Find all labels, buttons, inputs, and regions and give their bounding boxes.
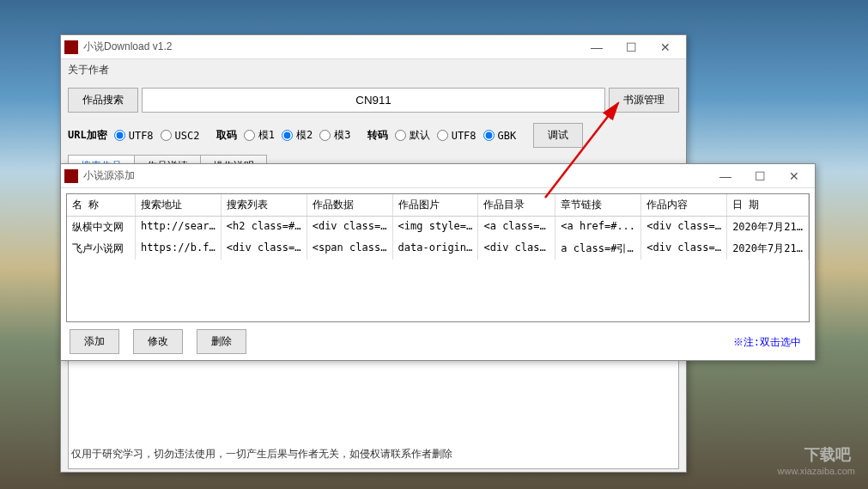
dialog-titlebar[interactable]: 小说源添加 — ☐ ✕ [61,164,815,188]
url-encrypt-label: URL加密 [68,128,107,143]
col-work-content[interactable]: 作品内容 [641,194,727,216]
radio-mode3[interactable]: 模3 [318,128,350,143]
close-button[interactable]: ✕ [648,35,683,59]
fetch-label: 取码 [216,128,237,143]
radio-trans-default[interactable]: 默认 [393,128,430,143]
col-work-data[interactable]: 作品数据 [307,194,393,216]
col-search-list[interactable]: 搜索列表 [222,194,307,216]
col-search-addr[interactable]: 搜索地址 [136,194,222,216]
watermark-logo: 下载吧 [804,444,851,465]
radio-enc-usc2[interactable]: USC2 [159,130,200,142]
maximize-button[interactable]: ☐ [614,35,648,59]
radio-trans-utf8[interactable]: UTF8 [435,130,476,142]
minimize-button[interactable]: — [580,35,614,59]
col-date[interactable]: 日 期 [727,194,809,216]
add-button[interactable]: 添加 [70,329,119,354]
app-icon [64,40,78,54]
dialog-minimize-button[interactable]: — [708,164,743,188]
disclaimer-text: 仅用于研究学习，切勿违法使用，一切产生后果与作者无关，如侵权请联系作者删除 [61,440,463,468]
source-add-dialog: 小说源添加 — ☐ ✕ 名 称 搜索地址 搜索列表 作品数据 作品图片 作品目录… [60,163,816,361]
source-listview[interactable]: 名 称 搜索地址 搜索列表 作品数据 作品图片 作品目录 章节链接 作品内容 日… [66,193,810,322]
main-titlebar[interactable]: 小说Download v1.2 — ☐ ✕ [61,35,686,59]
radio-mode2[interactable]: 模2 [280,128,313,143]
col-name[interactable]: 名 称 [67,194,136,216]
radio-enc-utf8[interactable]: UTF8 [112,130,154,142]
radio-mode1[interactable]: 模1 [242,128,275,143]
radio-trans-gbk[interactable]: GBK [482,130,517,142]
col-work-image[interactable]: 作品图片 [393,194,479,216]
table-row[interactable]: 纵横中文网 http://sear... <h2 class=#... <div… [67,217,809,238]
source-management-button[interactable]: 书源管理 [609,88,679,113]
watermark-url: www.xiazaiba.com [778,466,855,476]
dialog-close-button[interactable]: ✕ [777,164,811,188]
dialog-app-icon [64,169,78,183]
trans-label: 转码 [367,128,388,143]
edit-button[interactable]: 修改 [133,329,183,354]
listview-header: 名 称 搜索地址 搜索列表 作品数据 作品图片 作品目录 章节链接 作品内容 日… [67,194,809,217]
col-chapter-link[interactable]: 章节链接 [555,194,641,216]
col-work-catalog[interactable]: 作品目录 [478,194,555,216]
dialog-title: 小说源添加 [83,168,708,183]
delete-button[interactable]: 删除 [197,329,246,354]
debug-button[interactable]: 调试 [533,123,583,148]
search-works-button[interactable]: 作品搜索 [68,88,138,113]
table-row[interactable]: 飞卢小说网 https://b.f... <div class=... <spa… [67,238,809,260]
menu-about[interactable]: 关于作者 [61,59,686,81]
double-click-note: ※注:双击选中 [733,335,801,350]
main-window-title: 小说Download v1.2 [83,40,580,54]
search-input[interactable] [142,88,605,113]
dialog-maximize-button[interactable]: ☐ [743,164,777,188]
